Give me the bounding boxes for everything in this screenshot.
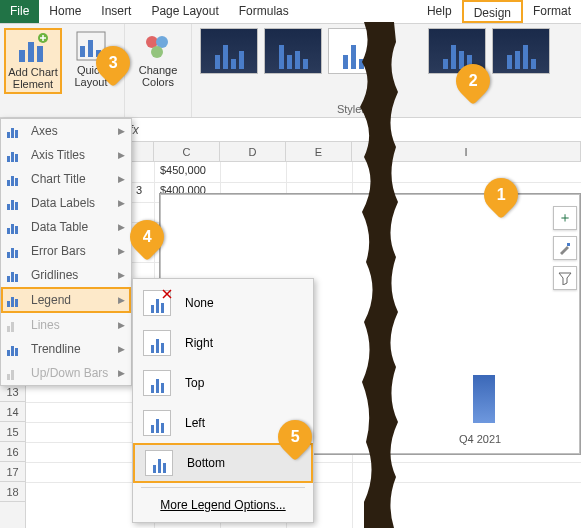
legend-none[interactable]: None bbox=[133, 283, 313, 323]
legend-bottom-icon bbox=[145, 450, 173, 476]
svg-rect-5 bbox=[80, 46, 85, 57]
legend-more-options[interactable]: More Legend Options... bbox=[133, 492, 313, 518]
menu-data-labels[interactable]: Data Labels▶ bbox=[1, 191, 131, 215]
svg-rect-2 bbox=[37, 46, 43, 62]
change-colors-button[interactable]: Change Colors bbox=[129, 28, 187, 90]
tab-page-layout[interactable]: Page Layout bbox=[141, 0, 228, 23]
menu-legend[interactable]: Legend▶ bbox=[1, 287, 131, 313]
cell-value: $450,000 bbox=[160, 164, 206, 176]
svg-rect-11 bbox=[567, 243, 570, 246]
tab-home[interactable]: Home bbox=[39, 0, 91, 23]
legend-submenu: None Right Top Left Bottom More Legend O… bbox=[132, 278, 314, 523]
chart-element-icon bbox=[17, 32, 49, 64]
chart-style-thumb[interactable] bbox=[328, 28, 386, 74]
chart-styles-gallery[interactable] bbox=[192, 24, 558, 117]
legend-top-icon bbox=[143, 370, 171, 396]
styles-group-label: Styles bbox=[337, 103, 367, 115]
add-chart-element-label: Add Chart Element bbox=[8, 66, 58, 90]
svg-rect-0 bbox=[19, 50, 25, 62]
tab-file[interactable]: File bbox=[0, 0, 39, 23]
tab-formulas[interactable]: Formulas bbox=[229, 0, 299, 23]
legend-top[interactable]: Top bbox=[133, 363, 313, 403]
chart-style-thumb[interactable] bbox=[492, 28, 550, 74]
menu-trendline[interactable]: Trendline▶ bbox=[1, 337, 131, 361]
chart-brush-button[interactable] bbox=[553, 236, 577, 260]
tab-insert[interactable]: Insert bbox=[91, 0, 141, 23]
legend-left-icon bbox=[143, 410, 171, 436]
chart-plus-button[interactable]: ＋ bbox=[553, 206, 577, 230]
svg-rect-1 bbox=[28, 42, 34, 62]
tab-format[interactable]: Format bbox=[523, 0, 581, 23]
add-chart-element-button[interactable]: Add Chart Element bbox=[4, 28, 62, 94]
svg-rect-6 bbox=[88, 40, 93, 57]
chart-style-thumb[interactable] bbox=[264, 28, 322, 74]
chart-style-thumb[interactable] bbox=[200, 28, 258, 74]
svg-point-10 bbox=[151, 46, 163, 58]
menu-lines: Lines▶ bbox=[1, 313, 131, 337]
legend-right-icon bbox=[143, 330, 171, 356]
menu-axis-titles[interactable]: Axis Titles▶ bbox=[1, 143, 131, 167]
tab-design[interactable]: Design bbox=[462, 0, 523, 23]
menu-chart-title[interactable]: Chart Title▶ bbox=[1, 167, 131, 191]
menu-data-table[interactable]: Data Table▶ bbox=[1, 215, 131, 239]
menu-updown-bars: Up/Down Bars▶ bbox=[1, 361, 131, 385]
menu-axes[interactable]: Axes▶ bbox=[1, 119, 131, 143]
menu-gridlines[interactable]: Gridlines▶ bbox=[1, 263, 131, 287]
add-chart-element-menu: Axes▶ Axis Titles▶ Chart Title▶ Data Lab… bbox=[0, 118, 132, 386]
chart-x-tick: Q4 2021 bbox=[459, 433, 501, 445]
change-colors-label: Change Colors bbox=[131, 64, 185, 88]
legend-right[interactable]: Right bbox=[133, 323, 313, 363]
chart-bar bbox=[473, 375, 495, 423]
chart-filter-button[interactable] bbox=[553, 266, 577, 290]
tab-help[interactable]: Help bbox=[417, 0, 462, 23]
legend-none-icon bbox=[143, 290, 171, 316]
menu-error-bars[interactable]: Error Bars▶ bbox=[1, 239, 131, 263]
cell-value: 3 bbox=[136, 184, 142, 196]
change-colors-icon bbox=[142, 30, 174, 62]
